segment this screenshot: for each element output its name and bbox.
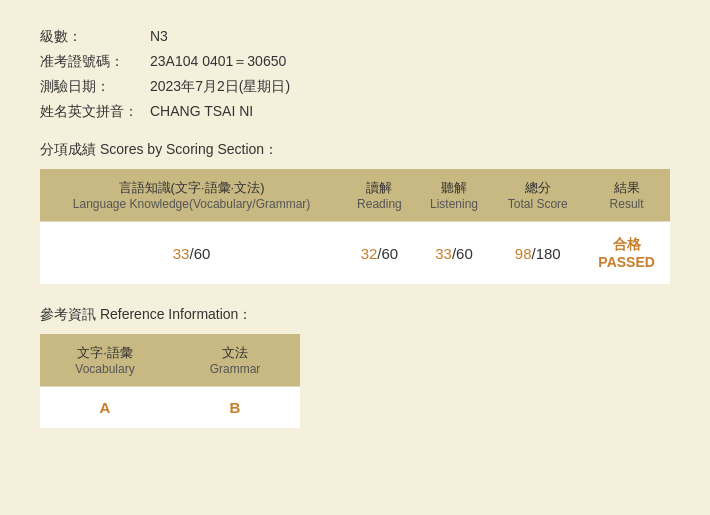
header-result: 結果 Result	[583, 169, 670, 222]
vocabulary-grade-cell: A	[40, 387, 170, 429]
exam-date-value: 2023年7月2日(星期日)	[150, 78, 290, 96]
name-label: 姓名英文拼音：	[40, 103, 150, 121]
name-row: 姓名英文拼音： CHANG TSAI NI	[40, 103, 670, 121]
scores-section-title: 分項成績 Scores by Scoring Section：	[40, 141, 670, 159]
scores-header-row: 言語知識(文字·語彙·文法) Language Knowledge(Vocabu…	[40, 169, 670, 222]
exam-id-row: 准考證號碼： 23A104 0401＝30650	[40, 53, 670, 71]
ref-section-title: 參考資訊 Reference Information：	[40, 306, 670, 324]
ref-data-row: A B	[40, 387, 300, 429]
info-section: 級數： N3 准考證號碼： 23A104 0401＝30650 測驗日期： 20…	[40, 28, 670, 121]
exam-date-row: 測驗日期： 2023年7月2日(星期日)	[40, 78, 670, 96]
header-grammar: 文法 Grammar	[170, 334, 300, 387]
header-reading: 讀解 Reading	[343, 169, 416, 222]
name-value: CHANG TSAI NI	[150, 103, 253, 119]
grammar-grade-cell: B	[170, 387, 300, 429]
listening-score-cell: 33/60	[416, 222, 493, 285]
result-passed: 合格 PASSED	[591, 236, 662, 270]
exam-date-label: 測驗日期：	[40, 78, 150, 96]
lang-score-cell: 33/60	[40, 222, 343, 285]
level-label: 級數：	[40, 28, 150, 46]
level-row: 級數： N3	[40, 28, 670, 46]
exam-id-label: 准考證號碼：	[40, 53, 150, 71]
header-total: 總分 Total Score	[492, 169, 583, 222]
total-score-cell: 98/180	[492, 222, 583, 285]
ref-header-row: 文字·語彙 Vocabulary 文法 Grammar	[40, 334, 300, 387]
ref-table: 文字·語彙 Vocabulary 文法 Grammar A B	[40, 334, 300, 428]
scores-data-row: 33/60 32/60 33/60 98/180 合格 PASSED	[40, 222, 670, 285]
header-language: 言語知識(文字·語彙·文法) Language Knowledge(Vocabu…	[40, 169, 343, 222]
header-vocabulary: 文字·語彙 Vocabulary	[40, 334, 170, 387]
level-value: N3	[150, 28, 168, 44]
result-cell: 合格 PASSED	[583, 222, 670, 285]
exam-id-value: 23A104 0401＝30650	[150, 53, 286, 71]
scores-table: 言語知識(文字·語彙·文法) Language Knowledge(Vocabu…	[40, 169, 670, 284]
page-container: 級數： N3 准考證號碼： 23A104 0401＝30650 測驗日期： 20…	[0, 0, 710, 448]
reading-score-cell: 32/60	[343, 222, 416, 285]
header-listening: 聽解 Listening	[416, 169, 493, 222]
